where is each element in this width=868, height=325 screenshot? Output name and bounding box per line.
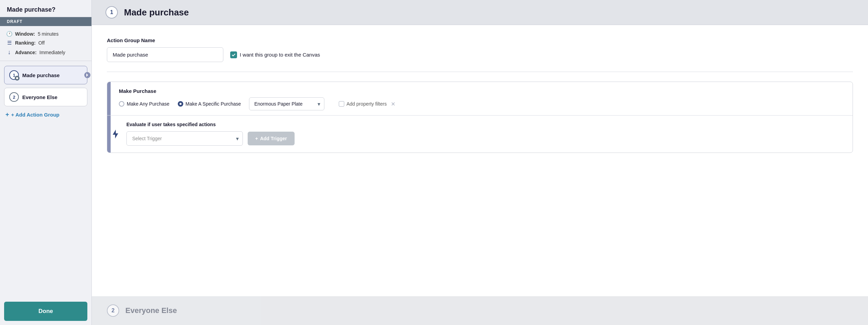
group-number-2: 2: [9, 92, 19, 102]
action-group-name-input[interactable]: [107, 47, 223, 62]
add-property-filters-wrapper: Add property filters ✕: [339, 101, 395, 107]
add-action-group-label: + Add Action Group: [11, 112, 60, 118]
plus-trigger-icon: +: [255, 136, 258, 141]
action-group-item-1[interactable]: 1 Made purchase: [4, 66, 87, 84]
group-label-1: Made purchase: [22, 72, 60, 78]
trigger-title: Evaluate if user takes specified actions: [126, 122, 846, 127]
window-value: 5 minutes: [38, 31, 59, 37]
exit-canvas-label: I want this group to exit the Canvas: [240, 52, 320, 58]
lightning-icon: [111, 125, 120, 143]
group-badge-1: [15, 76, 20, 81]
purchase-dropdown-wrapper: Enormous Paper Plate ▾: [249, 97, 324, 110]
radio-specific-purchase[interactable]: Make A Specific Purchase: [178, 101, 241, 107]
advance-meta: ↓ Advance: Immediately: [6, 49, 85, 56]
radio-specific-label: Make A Specific Purchase: [186, 101, 241, 107]
group-number-1: 1: [9, 70, 19, 80]
trigger-select-wrapper: Select Trigger ▾: [126, 131, 243, 146]
main-header: 1 Made purchase: [92, 0, 868, 25]
group-label-2: Everyone Else: [22, 94, 58, 100]
trigger-left-bar: [107, 116, 111, 153]
action-group-name-label: Action Group Name: [107, 37, 853, 43]
purchase-dropdown[interactable]: Enormous Paper Plate: [249, 97, 324, 110]
ranking-meta: ☰ Ranking: Off: [6, 40, 85, 46]
property-filter-checkbox[interactable]: [339, 101, 344, 107]
window-label: Window:: [15, 31, 35, 37]
purchase-card-wrapper: Make Purchase Make Any Purchase Make A S…: [107, 82, 853, 153]
trigger-content: Evaluate if user takes specified actions…: [114, 122, 846, 146]
advance-label: Advance:: [15, 50, 37, 55]
main-body: Action Group Name I want this group to e…: [92, 25, 868, 296]
done-button[interactable]: Done: [4, 302, 87, 321]
page-title: Made purchase: [124, 7, 189, 18]
advance-icon: ↓: [6, 49, 12, 56]
everyone-else-step-circle: 2: [107, 304, 119, 317]
advance-value: Immediately: [39, 50, 65, 55]
add-action-group-button[interactable]: + + Add Action Group: [4, 110, 87, 120]
sidebar-title: Made purchase?: [0, 0, 91, 17]
sidebar: Made purchase? DRAFT 🕐 Window: 5 minutes…: [0, 0, 92, 325]
window-meta: 🕐 Window: 5 minutes: [6, 31, 85, 37]
chevron-right-icon-1: [84, 72, 90, 78]
radio-any-icon: [119, 101, 124, 107]
add-trigger-button[interactable]: + Add Trigger: [248, 132, 295, 145]
close-icon[interactable]: ✕: [391, 101, 395, 107]
trigger-select[interactable]: Select Trigger: [126, 131, 243, 146]
plus-icon: +: [5, 111, 9, 118]
section-divider: [107, 72, 853, 72]
draft-badge: DRAFT: [0, 17, 91, 26]
action-group-item-2[interactable]: 2 Everyone Else: [4, 88, 87, 106]
step-circle: 1: [106, 6, 118, 19]
exit-canvas-checkbox[interactable]: [230, 51, 237, 58]
trigger-row: Select Trigger ▾ + Add Trigger: [126, 131, 846, 146]
radio-group: Make Any Purchase Make A Specific Purcha…: [119, 97, 846, 110]
purchase-card-title: Make Purchase: [119, 88, 846, 94]
exit-canvas-checkbox-label[interactable]: I want this group to exit the Canvas: [230, 51, 320, 58]
trigger-section: Evaluate if user takes specified actions…: [107, 116, 853, 153]
svg-marker-1: [113, 130, 118, 139]
card-left-bar: [107, 82, 111, 115]
clock-icon: 🕐: [6, 31, 12, 37]
add-trigger-label: Add Trigger: [260, 136, 287, 141]
sidebar-meta: 🕐 Window: 5 minutes ☰ Ranking: Off ↓ Adv…: [0, 26, 91, 61]
radio-specific-icon: [178, 101, 183, 107]
add-property-filters-label: Add property filters: [346, 101, 387, 107]
radio-any-label: Make Any Purchase: [127, 101, 170, 107]
svg-point-0: [16, 77, 18, 79]
everyone-else-title: Everyone Else: [125, 306, 177, 315]
purchase-card-top-content: Make Purchase Make Any Purchase Make A S…: [114, 88, 846, 110]
radio-any-purchase[interactable]: Make Any Purchase: [119, 101, 170, 107]
purchase-card-top: Make Purchase Make Any Purchase Make A S…: [107, 82, 853, 116]
purchase-card: Make Purchase Make Any Purchase Make A S…: [107, 82, 853, 153]
everyone-else-preview: 2 Everyone Else: [92, 296, 868, 325]
list-icon: ☰: [6, 40, 12, 46]
action-groups-list: 1 Made purchase 2 Everyone Else + + Add …: [0, 61, 91, 299]
action-group-name-row: I want this group to exit the Canvas: [107, 47, 853, 62]
main-content: 1 Made purchase Action Group Name I want…: [92, 0, 868, 325]
ranking-label: Ranking:: [15, 40, 36, 46]
ranking-value: Off: [38, 40, 45, 46]
